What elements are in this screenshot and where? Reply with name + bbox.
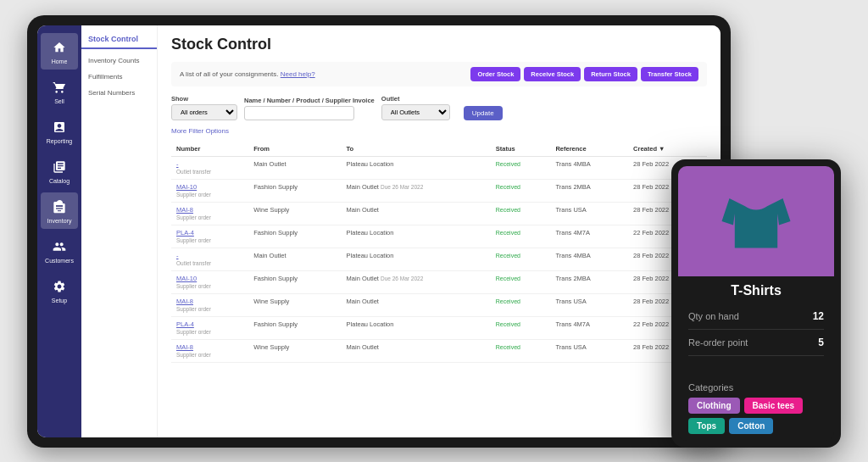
catalog-icon: [50, 158, 69, 176]
cell-to: Main Outlet Due 26 Mar 2022: [342, 270, 491, 293]
sidebar-item-inventory-label: Inventory: [47, 218, 72, 224]
sidebar-item-catalog-label: Catalog: [49, 178, 70, 184]
col-from: From: [248, 142, 341, 157]
cell-from: Wine Supply: [248, 202, 341, 225]
cell-number: PLA-4 Supplier order: [171, 225, 248, 248]
cell-number: MAI-10 Supplier order: [171, 179, 248, 202]
sidebar-item-setup[interactable]: Setup: [41, 272, 78, 309]
cell-from: Fashion Supply: [248, 316, 341, 339]
page-title: Stock Control: [171, 36, 707, 53]
cell-reference: Trans 2MBA: [550, 179, 628, 202]
left-nav: Stock Control Inventory Counts Fulfillme…: [81, 25, 158, 437]
cell-from: Main Outlet: [248, 248, 341, 270]
cell-number: - Outlet transfer: [171, 248, 248, 270]
more-filters-link[interactable]: More Filter Options: [171, 127, 707, 135]
outlet-filter-select[interactable]: All Outlets: [381, 104, 450, 120]
tablet-screen: Home Sell Reporting: [37, 25, 721, 437]
cell-status: Received: [491, 339, 551, 362]
cell-status: Received: [491, 202, 551, 225]
table-container: Number From To Status Reference Created …: [171, 142, 707, 363]
filters-row: Show All orders Name / Number / Product …: [171, 95, 707, 120]
qty-label: Qty on hand: [688, 311, 739, 321]
categories-section: Categories Clothing Basic tees Tops Cott…: [678, 376, 834, 441]
phone-info: Qty on hand 12 Re-order point 5: [678, 303, 834, 376]
receive-stock-button[interactable]: Receive Stock: [524, 67, 581, 81]
cell-status: Received: [491, 270, 551, 293]
cell-status: Received: [491, 248, 551, 270]
table-row: MAI-8 Supplier order Wine Supply Main Ou…: [171, 339, 707, 362]
show-filter-select[interactable]: All orders: [171, 104, 237, 120]
cell-reference: Trans USA: [550, 293, 628, 316]
nav-inventory-counts[interactable]: Inventory Counts: [81, 53, 157, 69]
cell-number: PLA-4 Supplier order: [171, 316, 248, 339]
content-area: Stock Control A list of all of your cons…: [158, 25, 721, 437]
sidebar-item-setup-label: Setup: [52, 298, 67, 303]
categories-label: Categories: [688, 382, 824, 392]
col-number: Number: [171, 142, 248, 157]
cell-status: Received: [491, 156, 551, 179]
transfer-stock-button[interactable]: Transfer Stock: [641, 67, 698, 81]
cell-to: Main Outlet: [342, 202, 491, 225]
cell-from: Main Outlet: [248, 156, 341, 179]
sidebar-item-sell[interactable]: Sell: [41, 73, 78, 109]
update-button[interactable]: Update: [464, 106, 503, 120]
sidebar-item-customers-label: Customers: [45, 258, 74, 264]
cell-reference: Trans USA: [550, 202, 628, 225]
nav-serial-numbers[interactable]: Serial Numbers: [81, 85, 157, 101]
cell-reference: Trans 2MBA: [550, 270, 628, 293]
cell-status: Received: [491, 225, 551, 248]
table-row: - Outlet transfer Main Outlet Plateau Lo…: [171, 248, 707, 270]
cell-number: MAI-8 Supplier order: [171, 293, 248, 316]
sidebar-item-catalog[interactable]: Catalog: [41, 153, 78, 189]
reorder-label: Re-order point: [688, 337, 748, 348]
scene: Home Sell Reporting: [27, 15, 841, 448]
reporting-icon: [50, 118, 69, 136]
sidebar-item-reporting-label: Reporting: [47, 138, 72, 144]
need-help-link[interactable]: Need help?: [281, 70, 315, 78]
cell-to: Plateau Location: [342, 316, 491, 339]
table-row: MAI-8 Supplier order Wine Supply Main Ou…: [171, 293, 707, 316]
sidebar: Home Sell Reporting: [37, 25, 81, 437]
reorder-row: Re-order point 5: [688, 330, 824, 356]
phone-screen: T-Shirts Qty on hand 12 Re-order point 5…: [678, 166, 834, 441]
qty-value: 12: [813, 310, 824, 322]
nav-fulfillments[interactable]: Fulfillments: [81, 69, 157, 85]
stock-table: Number From To Status Reference Created …: [171, 142, 707, 363]
product-image: [678, 166, 834, 276]
sidebar-item-inventory[interactable]: Inventory: [41, 192, 78, 229]
inventory-icon: [50, 198, 69, 216]
reorder-value: 5: [818, 337, 824, 348]
cell-to: Main Outlet Due 26 Mar 2022: [342, 179, 491, 202]
return-stock-button[interactable]: Return Stock: [584, 67, 637, 81]
sidebar-item-reporting[interactable]: Reporting: [41, 113, 78, 149]
cell-number: MAI-8 Supplier order: [171, 202, 248, 225]
show-filter-label: Show: [171, 95, 237, 103]
order-stock-button[interactable]: Order Stock: [470, 67, 520, 81]
cell-to: Plateau Location: [342, 248, 491, 270]
tag-cotton[interactable]: Cotton: [729, 418, 773, 434]
name-filter-input[interactable]: [244, 106, 354, 120]
product-name: T-Shirts: [678, 276, 834, 303]
tag-tops[interactable]: Tops: [688, 418, 725, 434]
cell-from: Fashion Supply: [248, 225, 341, 248]
sidebar-item-sell-label: Sell: [54, 98, 64, 104]
toolbar-buttons: Order Stock Receive Stock Return Stock T…: [470, 67, 698, 81]
name-filter-label: Name / Number / Product / Supplier Invoi…: [244, 97, 375, 104]
cell-reference: Trans 4MBA: [550, 156, 628, 179]
cell-reference: Trans 4M7A: [550, 225, 628, 248]
stock-control-nav-label[interactable]: Stock Control: [81, 31, 157, 49]
sidebar-item-home[interactable]: Home: [41, 33, 78, 70]
table-row: PLA-4 Supplier order Fashion Supply Plat…: [171, 225, 707, 248]
cell-status: Received: [491, 316, 551, 339]
col-status: Status: [491, 142, 551, 157]
tag-clothing[interactable]: Clothing: [688, 398, 740, 414]
table-row: - Outlet transfer Main Outlet Plateau Lo…: [171, 156, 707, 179]
tags-row: Clothing Basic tees Tops Cotton: [688, 398, 824, 434]
tag-basic-tees[interactable]: Basic tees: [744, 398, 803, 414]
sidebar-item-customers[interactable]: Customers: [41, 232, 78, 269]
home-icon: [50, 38, 69, 57]
col-to: To: [342, 142, 491, 157]
cell-status: Received: [491, 293, 551, 316]
cell-reference: Trans USA: [550, 339, 628, 362]
outlet-filter: Outlet All Outlets: [381, 95, 450, 120]
